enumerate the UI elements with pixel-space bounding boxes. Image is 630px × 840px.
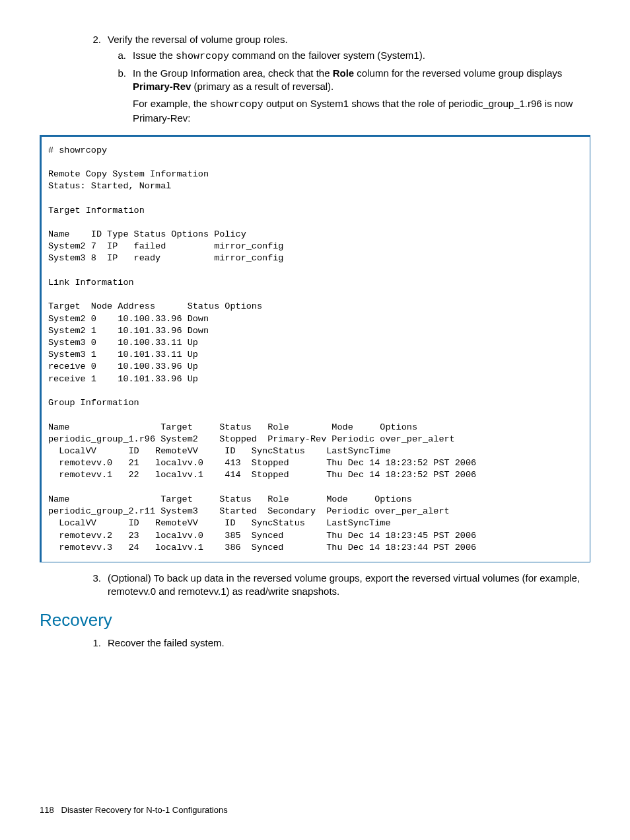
step-2a-letter: a.: [108, 49, 126, 62]
recovery-heading: Recovery: [40, 609, 590, 632]
recovery-step-1-text: Recover the failed system.: [108, 637, 225, 648]
role-bold: Role: [333, 67, 355, 79]
step-2a: a. Issue the showrcopy command on the fa…: [108, 49, 590, 63]
recovery-step-1-number: 1.: [83, 636, 101, 650]
step-2-number: 2.: [83, 33, 101, 46]
step-2b: b. In the Group Information area, check …: [108, 67, 590, 126]
step-2b-text: In the Group Information area, check tha…: [133, 67, 562, 92]
step-3-text: (Optional) To back up data in the revers…: [108, 572, 580, 597]
step-2b-letter: b.: [108, 67, 126, 80]
step-2-text: Verify the reversal of volume group role…: [108, 34, 288, 45]
step-3: 3. (Optional) To back up data in the rev…: [83, 572, 590, 599]
step-2b-example: For example, the showrcopy output on Sys…: [133, 97, 590, 126]
primary-rev-bold: Primary-Rev: [133, 81, 191, 92]
showrcopy-cmd: showrcopy: [176, 51, 229, 62]
step-2: 2. Verify the reversal of volume group r…: [83, 33, 590, 126]
showrcopy-cmd-eg: showrcopy: [210, 99, 263, 110]
step-3-number: 3.: [83, 572, 101, 585]
showrcopy-output: # showrcopy Remote Copy System Informati…: [40, 135, 590, 562]
step-2a-text: Issue the showrcopy command on the failo…: [133, 50, 425, 61]
recovery-step-1: 1. Recover the failed system.: [83, 636, 590, 650]
